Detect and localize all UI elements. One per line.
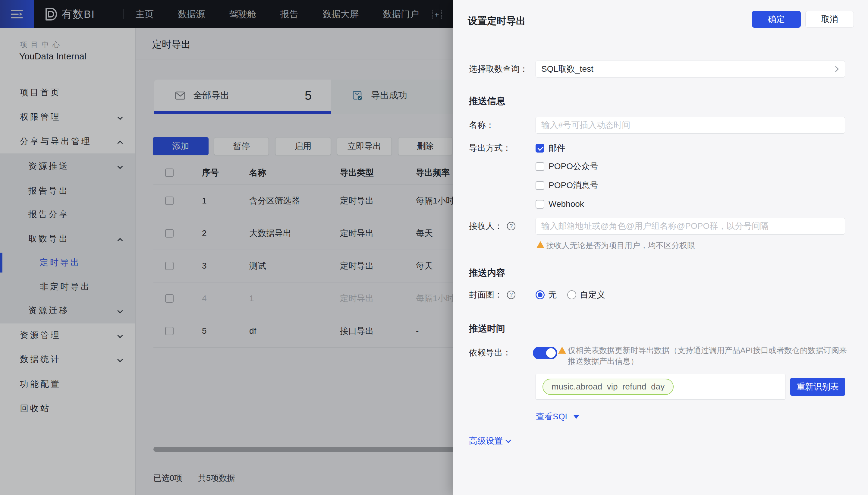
confirm-button[interactable]: 确定 (752, 11, 801, 28)
recipient-label: 接收人： (469, 220, 503, 232)
dependency-toggle[interactable] (533, 347, 557, 359)
checkbox-icon (536, 181, 544, 190)
radio-selected-icon (536, 290, 544, 300)
dependency-label: 依赖导出： (469, 347, 511, 358)
name-input[interactable] (536, 117, 845, 134)
checkbox-checked-icon (536, 144, 544, 153)
toggle-knob (546, 348, 556, 358)
chevron-down-icon (505, 438, 511, 443)
method-option-webhook[interactable]: Webhook (536, 199, 584, 209)
method-option-popo-message[interactable]: POPO消息号 (536, 180, 598, 191)
recipient-input[interactable] (536, 218, 845, 235)
table-tag[interactable]: music.abroad_vip_refund_day (542, 379, 674, 395)
name-label: 名称： (469, 119, 494, 131)
checkbox-icon (536, 200, 544, 209)
warning-icon (558, 347, 566, 354)
cover-option-none[interactable]: 无 (536, 289, 557, 301)
method-option-email[interactable]: 邮件 (536, 142, 566, 154)
app-root: 有数BI 主页 数据源 驾驶舱 报告 数据大屏 数据门户 + 项目中心 YouD… (0, 0, 868, 495)
radio-icon (567, 290, 576, 300)
advanced-settings-link[interactable]: 高级设置 (469, 435, 510, 447)
push-content-heading: 推送内容 (469, 267, 505, 279)
drawer-title: 设置定时导出 (468, 15, 526, 28)
dependency-warning: 仅相关表数据更新时导出数据（支持通过调用产品API接口或者数仓的数据订阅来推送数… (558, 345, 860, 366)
scheduled-export-drawer: 设置定时导出 确定 取消 选择取数查询： SQL取数_test 推送信息 名称：… (453, 0, 868, 495)
help-icon[interactable]: ? (507, 222, 515, 230)
cover-label: 封面图： (469, 289, 503, 301)
push-info-heading: 推送信息 (469, 95, 505, 107)
help-icon[interactable]: ? (507, 291, 515, 299)
checkbox-icon (536, 162, 544, 171)
view-sql-link[interactable]: 查看SQL (536, 411, 579, 422)
recipient-warning: 接收人无论是否为项目用户，均不区分权限 (537, 240, 695, 251)
query-select-value: SQL取数_test (541, 63, 593, 75)
method-option-popo-official[interactable]: POPO公众号 (536, 161, 598, 172)
push-time-heading: 推送时间 (469, 323, 505, 335)
modal-dim-overlay[interactable] (0, 0, 453, 495)
query-select-field[interactable]: SQL取数_test (536, 61, 845, 78)
dependency-table-field[interactable]: music.abroad_vip_refund_day (536, 374, 785, 400)
triangle-down-icon (573, 415, 579, 419)
query-select-label: 选择取数查询： (469, 63, 528, 75)
export-method-label: 导出方式： (469, 142, 511, 154)
reidentify-tables-button[interactable]: 重新识别表 (790, 378, 845, 396)
warning-icon (537, 241, 544, 248)
cancel-button[interactable]: 取消 (805, 11, 854, 28)
cover-option-custom[interactable]: 自定义 (567, 289, 605, 301)
